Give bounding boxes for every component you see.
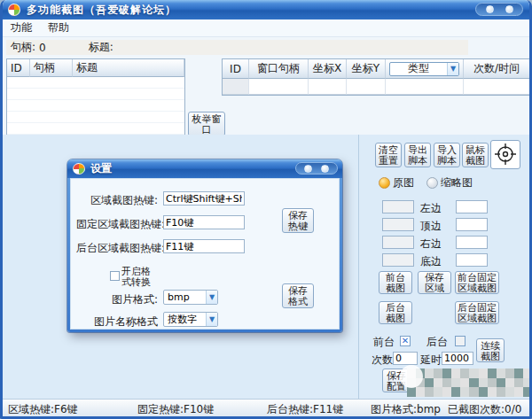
status-bar: 区域热键:F6键 固定热键:F10键 后台热键:F11键 图片格式:bmp 已截… [3,399,529,416]
window-list-table[interactable]: ID 句柄 标题 [6,58,185,135]
app-window: 多功能截图（吾爱破解论坛） 功能 帮助 句柄: 0 标题: ID 句柄 标题 枚… [0,0,532,419]
format-convert-checkbox[interactable] [110,271,120,281]
type-dropdown[interactable]: 类型 ▼ [389,62,459,76]
save-hotkey-button[interactable]: 保存热键 [282,208,314,233]
menu-help[interactable]: 帮助 [40,20,77,35]
dialog-title: 设置 [90,161,112,176]
back-checkbox-label: 后台 [426,335,448,350]
col-handle: 句柄 [30,59,73,77]
original-image-radio[interactable] [379,177,390,189]
top-margin-input-a[interactable] [382,218,414,231]
table-row[interactable] [7,123,184,135]
status-capture-count: 已截图次数:0/0 [448,402,521,417]
col-id: ID [223,59,249,79]
left-edge-label: 左边 [416,201,446,216]
thumbnail-radio[interactable] [426,177,438,189]
clear-reset-button[interactable]: 清空重置 [375,143,402,167]
region-hotkey-input[interactable] [163,191,245,206]
col-type: 类型 ▼ [386,59,464,79]
app-icon [8,4,20,16]
dialog-minimize-button[interactable] [304,165,312,173]
enumerate-windows-button[interactable]: 枚举窗口 [188,112,225,136]
col-count-time: 次数/时间 [464,59,530,79]
dialog-icon [73,163,85,175]
col-window-handle: 窗口句柄 [249,59,309,79]
info-row: 句柄: 0 标题: [6,40,468,55]
window-list-header: ID 句柄 标题 [7,59,184,77]
table-row[interactable] [7,89,184,100]
name-format-dropdown[interactable]: 按数字 ▼ [163,312,218,327]
count-label: 次数 [372,353,393,368]
right-margin-input-b[interactable] [456,236,488,249]
chevron-down-icon: ▼ [206,313,217,326]
bottom-margin-input-a[interactable] [382,253,414,267]
image-format-dropdown[interactable]: bmp ▼ [163,290,218,305]
script-table-header: ID 窗口句柄 坐标X 坐标Y 类型 ▼ 次数/时间 [223,59,530,79]
front-checkbox[interactable]: ✕ [400,336,411,346]
back-capture-button[interactable]: 后台截图 [379,301,412,324]
back-checkbox[interactable] [455,336,466,346]
right-edge-label: 右边 [416,237,446,252]
left-margin-input-a[interactable] [382,200,414,213]
image-mode-group: 原图 缩略图 [379,175,485,190]
status-region-hotkey: 区域热键:F6键 [8,402,78,417]
bottom-margin-input-b[interactable] [456,253,488,267]
menu-functions[interactable]: 功能 [3,20,40,35]
dialog-close-button[interactable] [321,165,329,173]
save-region-button[interactable]: 保存区域 [418,271,451,294]
save-format-button[interactable]: 保存格式 [282,283,314,308]
window-controls [475,3,523,16]
dialog-content: 区域截图热键: 固定区域截图热键: 后台区域截图热键: 保存热键 开启格式转换 … [70,178,340,330]
type-dropdown-value: 类型 [390,61,447,76]
front-checkbox-label: 前台 [373,335,395,350]
back-hotkey-label: 后台区域截图热键: [76,241,158,256]
script-table[interactable]: ID 窗口句柄 坐标X 坐标Y 类型 ▼ 次数/时间 [222,58,531,96]
back-fixed-capture-button[interactable]: 后台固定区域截图 [455,301,499,324]
name-format-value: 按数字 [164,313,206,326]
watermark-mosaic [407,369,532,397]
import-script-button[interactable]: 导入脚本 [434,143,460,167]
right-margin-input-a[interactable] [382,236,414,249]
col-title: 标题 [73,59,184,77]
table-row[interactable] [7,112,184,123]
mouse-capture-button[interactable]: 鼠标截图 [462,143,489,167]
titlebar: 多功能截图（吾爱破解论坛） [3,0,529,19]
bottom-edge-label: 底边 [416,254,446,269]
col-coord-x: 坐标X [309,59,347,79]
region-hotkey-label: 区域截图热键: [76,193,158,208]
crosshair-picker-button[interactable] [490,140,520,169]
handle-label: 句柄: [11,40,35,55]
front-fixed-capture-button[interactable]: 前台固定区域截图 [455,271,499,294]
chevron-down-icon: ▼ [206,291,217,304]
delay-input[interactable] [442,352,473,365]
left-margin-input-b[interactable] [456,200,488,213]
script-table-row[interactable] [223,79,530,95]
export-script-button[interactable]: 导出脚本 [404,143,431,167]
fixed-hotkey-input[interactable] [163,215,245,229]
front-capture-button[interactable]: 前台截图 [379,271,412,294]
status-fixed-hotkey: 固定热键:F10键 [137,402,214,417]
continuous-capture-button[interactable]: 连续截图 [476,338,505,362]
name-format-label: 图片名称格式 [76,314,158,330]
minimize-button[interactable] [486,5,494,13]
top-edge-label: 顶边 [416,219,446,234]
chevron-down-icon: ▼ [447,63,458,75]
back-hotkey-input[interactable] [163,239,245,253]
table-row[interactable] [7,100,184,112]
dialog-controls [295,162,338,175]
watermark-blob [400,365,423,388]
dialog-titlebar: 设置 [67,159,342,178]
table-row[interactable] [7,77,184,89]
window-title: 多功能截图（吾爱破解论坛） [27,3,176,18]
col-id: ID [7,59,30,77]
status-back-hotkey: 后台热键:F11键 [267,402,343,417]
title-label: 标题: [89,40,113,55]
count-input[interactable] [393,352,418,365]
menubar: 功能 帮助 [3,19,529,37]
top-margin-input-b[interactable] [456,218,488,231]
fixed-hotkey-label: 固定区域截图热键: [76,217,158,232]
original-image-label: 原图 [393,175,414,190]
close-button[interactable] [505,5,513,13]
delay-label: 延时 [420,353,442,368]
settings-dialog: 设置 区域截图热键: 固定区域截图热键: 后台区域截图热键: 保存热键 开启格式… [67,159,342,332]
